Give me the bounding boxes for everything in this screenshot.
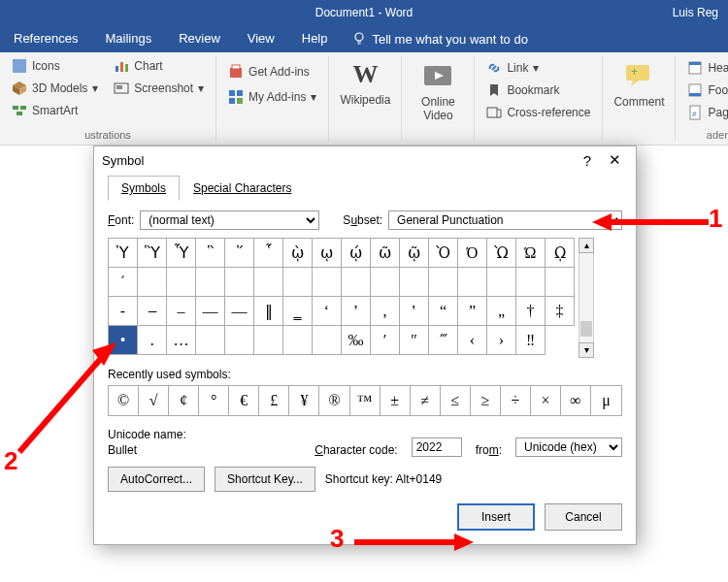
- symbol-cell[interactable]: ‹: [458, 326, 487, 355]
- symbol-cell[interactable]: [254, 268, 283, 297]
- recent-symbol-cell[interactable]: ≠: [411, 386, 441, 415]
- symbol-cell[interactable]: Ὸ: [429, 239, 458, 268]
- tab-review[interactable]: Review: [165, 25, 234, 52]
- symbol-cell[interactable]: ´: [109, 268, 138, 297]
- symbol-cell[interactable]: Ὑ: [109, 239, 138, 268]
- font-select[interactable]: (normal text): [140, 210, 319, 230]
- recent-symbol-cell[interactable]: €: [229, 386, 259, 415]
- symbol-cell[interactable]: [196, 268, 225, 297]
- smartart-button[interactable]: SmartArt: [8, 101, 102, 120]
- bookmark-button[interactable]: Bookmark: [482, 81, 594, 100]
- symbol-cell[interactable]: ›: [487, 326, 516, 355]
- symbol-cell[interactable]: [429, 268, 458, 297]
- page-number-button[interactable]: #Page Number ▾: [683, 103, 728, 122]
- symbol-cell[interactable]: ′: [371, 326, 400, 355]
- symbol-cell[interactable]: ‐: [109, 297, 138, 326]
- scroll-thumb[interactable]: [580, 321, 592, 337]
- tell-me-search[interactable]: Tell me what you want to do: [351, 31, 528, 47]
- insert-button[interactable]: Insert: [457, 503, 535, 531]
- symbol-cell[interactable]: [138, 268, 167, 297]
- tab-help[interactable]: Help: [288, 25, 342, 52]
- 3d-models-button[interactable]: 3D Models ▾: [8, 79, 102, 98]
- tab-mailings[interactable]: Mailings: [91, 25, 165, 52]
- symbol-cell[interactable]: –: [167, 297, 196, 326]
- symbol-cell[interactable]: ‼: [516, 326, 546, 355]
- grid-scrollbar[interactable]: ▴ ▾: [579, 238, 594, 358]
- autocorrect-button[interactable]: AutoCorrect...: [108, 467, 205, 492]
- tab-view[interactable]: View: [234, 25, 288, 52]
- header-button[interactable]: Header ▾: [683, 58, 728, 78]
- symbol-cell[interactable]: Ὓ: [138, 239, 167, 268]
- symbol-cell[interactable]: ‛: [400, 297, 429, 326]
- symbol-cell[interactable]: ῳ: [313, 239, 342, 268]
- recent-symbol-cell[interactable]: ≤: [441, 386, 471, 415]
- symbol-cell[interactable]: [458, 268, 487, 297]
- symbol-cell[interactable]: Ό: [458, 239, 487, 268]
- wikipedia-button[interactable]: W Wikipedia: [337, 56, 393, 111]
- recent-symbol-cell[interactable]: ©: [109, 386, 139, 415]
- scroll-down-button[interactable]: ▾: [579, 342, 594, 358]
- symbol-cell[interactable]: ῝: [196, 239, 225, 268]
- icons-button[interactable]: Icons: [8, 56, 102, 76]
- recent-symbol-cell[interactable]: √: [139, 386, 169, 415]
- symbol-cell[interactable]: [167, 268, 196, 297]
- symbol-cell[interactable]: [254, 326, 283, 355]
- symbol-cell[interactable]: ″: [400, 326, 429, 355]
- dialog-titlebar[interactable]: Symbol ? ✕: [94, 146, 636, 174]
- symbol-cell[interactable]: ῶ: [371, 239, 400, 268]
- symbol-cell[interactable]: [313, 326, 342, 355]
- recent-symbol-cell[interactable]: °: [199, 386, 229, 415]
- symbol-cell[interactable]: ‴: [429, 326, 458, 355]
- symbol-cell[interactable]: …: [167, 326, 196, 355]
- symbol-cell[interactable]: [283, 326, 313, 355]
- recent-symbol-cell[interactable]: ±: [381, 386, 411, 415]
- comment-button[interactable]: + Comment: [611, 56, 667, 113]
- recent-symbol-cell[interactable]: £: [259, 386, 289, 415]
- symbol-cell[interactable]: ”: [458, 297, 487, 326]
- get-addins-button[interactable]: Get Add-ins: [224, 62, 320, 81]
- online-video-button[interactable]: Online Video: [410, 56, 466, 126]
- recent-symbol-cell[interactable]: ∞: [561, 386, 591, 415]
- chart-button[interactable]: Chart: [110, 56, 208, 76]
- shortcut-key-button[interactable]: Shortcut Key...: [215, 467, 315, 492]
- symbol-cell[interactable]: [313, 268, 342, 297]
- symbol-cell[interactable]: [225, 268, 254, 297]
- dialog-close-button[interactable]: ✕: [601, 146, 628, 174]
- tab-special-characters[interactable]: Special Characters: [180, 176, 305, 201]
- symbol-cell[interactable]: „: [487, 297, 516, 326]
- tab-symbols[interactable]: Symbols: [108, 176, 180, 201]
- symbol-cell[interactable]: [516, 268, 546, 297]
- symbol-cell[interactable]: Ὼ: [487, 239, 516, 268]
- from-select[interactable]: Unicode (hex): [515, 437, 622, 457]
- symbol-cell[interactable]: Ώ: [516, 239, 546, 268]
- symbol-cell[interactable]: ῞: [225, 239, 254, 268]
- symbol-cell[interactable]: ῟: [254, 239, 283, 268]
- cancel-button[interactable]: Cancel: [545, 503, 622, 531]
- symbol-cell[interactable]: ‚: [371, 297, 400, 326]
- dialog-help-button[interactable]: ?: [574, 146, 601, 174]
- recent-symbol-cell[interactable]: ≥: [471, 386, 501, 415]
- screenshot-button[interactable]: Screenshot ▾: [110, 79, 208, 98]
- symbol-cell[interactable]: ῲ: [283, 239, 313, 268]
- symbol-cell[interactable]: [342, 268, 371, 297]
- recent-symbol-cell[interactable]: μ: [591, 386, 621, 415]
- symbol-cell[interactable]: •: [109, 326, 138, 355]
- my-addins-button[interactable]: My Add-ins ▾: [224, 87, 320, 107]
- symbol-cell[interactable]: ’: [342, 297, 371, 326]
- symbol-cell[interactable]: ―: [225, 297, 254, 326]
- symbol-cell[interactable]: ‗: [283, 297, 313, 326]
- character-code-input[interactable]: [412, 437, 462, 457]
- symbol-cell[interactable]: [225, 326, 254, 355]
- recent-symbol-cell[interactable]: ™: [350, 386, 381, 415]
- symbol-cell[interactable]: ‒: [138, 297, 167, 326]
- symbol-cell[interactable]: [196, 326, 225, 355]
- symbol-cell[interactable]: [546, 268, 575, 297]
- recent-symbol-cell[interactable]: ÷: [501, 386, 531, 415]
- tab-references[interactable]: References: [0, 25, 91, 52]
- symbol-cell[interactable]: ῼ: [546, 239, 575, 268]
- symbol-cell[interactable]: [283, 268, 313, 297]
- recent-symbol-cell[interactable]: ×: [531, 386, 561, 415]
- link-button[interactable]: Link ▾: [482, 58, 594, 78]
- symbol-cell[interactable]: ․: [138, 326, 167, 355]
- symbol-cell[interactable]: ῷ: [400, 239, 429, 268]
